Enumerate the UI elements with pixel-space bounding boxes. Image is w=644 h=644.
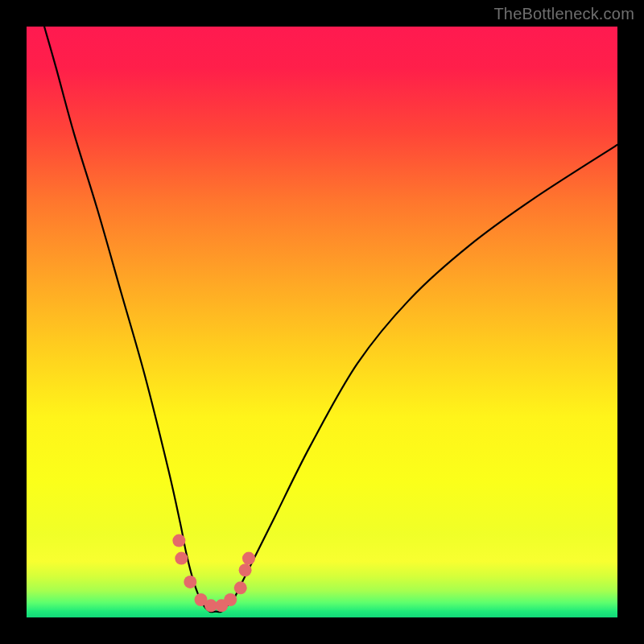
highlight-dot bbox=[242, 552, 255, 565]
highlight-dot bbox=[224, 593, 237, 606]
watermark-text: TheBottleneck.com bbox=[493, 5, 634, 23]
highlight-dot bbox=[184, 576, 196, 588]
highlight-dot bbox=[172, 535, 185, 547]
bottleneck-curve bbox=[44, 27, 617, 612]
highlight-dot bbox=[234, 581, 247, 594]
chart-frame: TheBottleneck.com bbox=[0, 0, 644, 644]
highlight-dot bbox=[175, 552, 188, 565]
curve-layer bbox=[27, 27, 617, 617]
highlight-dot bbox=[239, 564, 252, 576]
plot-area bbox=[27, 27, 617, 617]
